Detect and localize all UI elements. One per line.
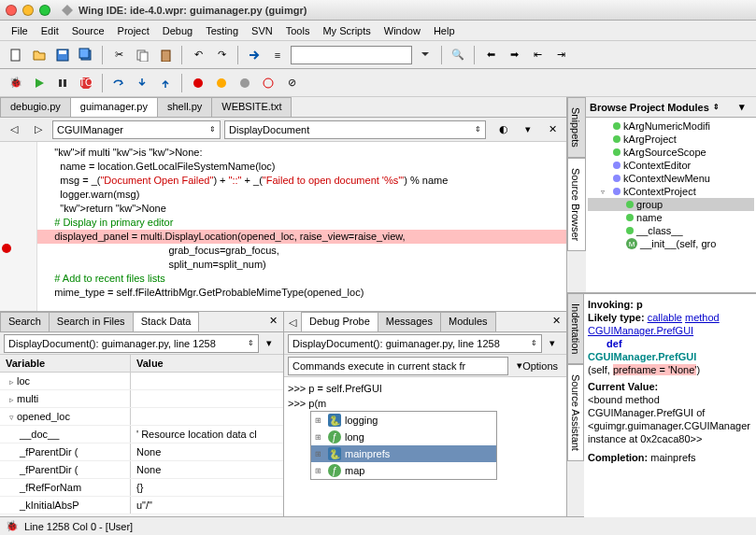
breakpoint-icon[interactable] (188, 73, 208, 93)
step-over-icon[interactable] (108, 73, 129, 93)
menu-help[interactable]: Help (428, 23, 461, 38)
menu-svn[interactable]: SVN (246, 23, 278, 38)
variable-row[interactable]: _fParentDir (None (0, 461, 283, 479)
tab-modules[interactable]: Modules (440, 312, 496, 331)
method-selector[interactable]: DisplayDocument ⇕ (224, 120, 486, 139)
menu-debug[interactable]: Debug (157, 23, 198, 38)
panel-close-icon[interactable]: ✕ (547, 312, 566, 331)
tree-item[interactable]: group (588, 198, 754, 211)
save-icon[interactable] (52, 45, 73, 65)
panel-close-icon[interactable]: ✕ (264, 312, 283, 331)
menu-myscripts[interactable]: My Scripts (317, 23, 376, 38)
tree-item[interactable]: name (588, 211, 754, 224)
back-icon[interactable]: ⬅ (480, 45, 501, 65)
code-editor[interactable]: "kw">if multi "kw">is "kw">None: name = … (0, 142, 566, 311)
variable-row[interactable]: ▹loc (0, 373, 283, 390)
stack-frame-selector[interactable]: DisplayDocument(): guimanager.py, line 1… (4, 334, 259, 353)
breakpoint-cond-icon[interactable] (211, 73, 232, 93)
code-line[interactable]: name = location.GetLocalFileSystemName(l… (0, 160, 566, 174)
menu-testing[interactable]: Testing (200, 23, 244, 38)
tree-item[interactable]: __class__ (588, 224, 754, 237)
code-line[interactable]: "kw">return "kw">None (0, 202, 566, 216)
autocomplete-item[interactable]: ⊞🐍mainprefs (311, 445, 496, 462)
variable-row[interactable]: __doc__' Resource location data cl (0, 426, 283, 443)
probe-frame-selector[interactable]: DisplayDocument(): guimanager.py, line 1… (288, 334, 542, 353)
minimize-window-button[interactable] (22, 5, 34, 16)
menu-window[interactable]: Window (378, 23, 426, 38)
variable-row[interactable]: _fRefForNam{} (0, 479, 283, 497)
code-line[interactable]: split_num=split_num) (0, 258, 566, 272)
new-file-icon[interactable] (6, 45, 26, 65)
readonly-icon[interactable]: ◐ (493, 120, 514, 140)
variable-row[interactable]: _kInitialAbsPu"/" (0, 497, 283, 514)
breakpoint-marker[interactable] (2, 244, 11, 253)
home-icon[interactable]: ⇤ (527, 45, 548, 65)
sidetab-source-browser[interactable]: Source Browser (567, 158, 586, 251)
tab-search-in-files[interactable]: Search in Files (49, 312, 134, 331)
forward-icon[interactable]: ➡ (504, 45, 524, 65)
sidetab-snippets[interactable]: Snippets (567, 97, 586, 158)
search-prev-icon[interactable]: 🔍 (448, 45, 468, 65)
breakpoint-clear-icon[interactable] (258, 73, 278, 93)
code-line[interactable]: "kw">if multi "kw">is "kw">None: (0, 146, 566, 160)
end-icon[interactable]: ⇥ (550, 45, 571, 65)
cut-icon[interactable]: ✂ (108, 45, 129, 65)
code-line[interactable]: # Display in primary editor (0, 216, 566, 230)
variable-row[interactable]: ▹multi (0, 390, 283, 408)
pause-icon[interactable] (52, 73, 73, 93)
copy-icon[interactable] (132, 45, 152, 65)
class-selector[interactable]: CGUIManager ⇕ (52, 120, 221, 139)
step-out-icon[interactable] (155, 73, 176, 93)
nav-back-icon[interactable]: ◁ (4, 120, 24, 140)
tree-item[interactable]: kArgProject (588, 133, 754, 146)
undo-icon[interactable]: ↶ (188, 45, 208, 65)
open-file-icon[interactable] (29, 45, 50, 65)
save-all-icon[interactable] (76, 45, 96, 65)
tab-guimanager[interactable]: guimanager.py (70, 97, 158, 117)
link-callable[interactable]: callable (648, 312, 682, 323)
autocomplete-item[interactable]: ⊞ƒmap (311, 462, 496, 479)
tree-item[interactable]: kContextEditor (588, 159, 754, 172)
menu-tools[interactable]: Tools (280, 23, 316, 38)
debug-probe-console[interactable]: >>> p = self.PrefGUI >>> p(m ⊞🐍logging⊞ƒ… (284, 377, 566, 516)
bug-status-icon[interactable]: 🐞 (6, 520, 19, 532)
tree-item[interactable]: kContextNewMenu (588, 172, 754, 185)
autocomplete-item[interactable]: ⊞ƒlong (311, 429, 496, 445)
sidetab-source-assistant[interactable]: Source Assistant (567, 364, 584, 461)
code-line[interactable]: # Add to recent files lists (0, 272, 566, 286)
options-dropdown-icon[interactable]: ▾ (518, 120, 538, 140)
step-into-icon[interactable] (132, 73, 152, 93)
link-method[interactable]: method (685, 312, 720, 323)
options-button[interactable]: ▾ Options (512, 356, 563, 376)
tab-messages[interactable]: Messages (378, 312, 441, 331)
module-tree[interactable]: kArgNumericModifikArgProjectkArgSourceSc… (586, 118, 756, 292)
tab-stack-data[interactable]: Stack Data (133, 312, 200, 331)
column-value[interactable]: Value (131, 355, 283, 372)
panel-options-icon[interactable]: ▾ (259, 333, 279, 354)
code-line[interactable]: mime_type = self.fFileAttribMgr.GetProba… (0, 286, 566, 300)
panel-options-icon[interactable]: ▾ (542, 333, 563, 354)
tab-shell[interactable]: shell.py (157, 97, 212, 117)
menu-edit[interactable]: Edit (36, 23, 64, 38)
tab-search[interactable]: Search (0, 312, 50, 331)
panel-options-icon[interactable]: ▾ (732, 97, 752, 118)
tab-website[interactable]: WEBSITE.txt (211, 97, 292, 117)
run-icon[interactable] (29, 73, 50, 93)
ignore-exceptions-icon[interactable]: ⊘ (281, 73, 302, 93)
variable-row[interactable]: _fParentDir (None (0, 443, 283, 461)
menu-file[interactable]: File (6, 23, 34, 38)
code-line[interactable]: displayed_panel = multi.DisplayLocation(… (0, 230, 566, 244)
link-prefgui[interactable]: CGUIManager.PrefGUI (588, 325, 693, 336)
code-line[interactable]: msg = _("Document Open Failed") + "::" +… (0, 174, 566, 188)
close-window-button[interactable] (6, 5, 17, 16)
variable-row[interactable]: ▿opened_loc (0, 408, 283, 426)
nav-fwd-icon[interactable]: ▷ (28, 120, 49, 140)
panel-nav-back-icon[interactable]: ◁ (284, 312, 301, 332)
maximize-window-button[interactable] (39, 5, 50, 16)
menu-project[interactable]: Project (112, 23, 155, 38)
tree-item[interactable]: kArgNumericModifi (588, 120, 754, 133)
tree-item[interactable]: kArgSourceScope (588, 146, 754, 159)
tab-debugio[interactable]: debugio.py (0, 97, 71, 117)
goto-def-icon[interactable] (244, 45, 264, 65)
search-input[interactable] (291, 46, 412, 64)
